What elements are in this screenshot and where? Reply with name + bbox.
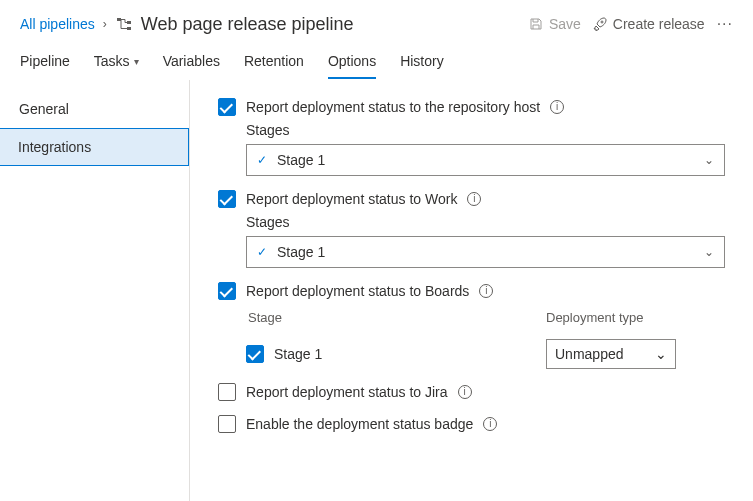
tab-pipeline[interactable]: Pipeline	[20, 47, 70, 79]
col-deployment-type: Deployment type	[546, 310, 725, 325]
tab-bar: Pipeline Tasks▾ Variables Retention Opti…	[0, 44, 753, 80]
tab-options[interactable]: Options	[328, 47, 376, 79]
label-work: Report deployment status to Work	[246, 191, 457, 207]
pipeline-icon	[115, 15, 133, 33]
check-icon: ✓	[257, 245, 267, 259]
tab-label: History	[400, 53, 444, 69]
tab-label: Options	[328, 53, 376, 69]
save-label: Save	[549, 16, 581, 32]
checkbox-badge[interactable]	[218, 415, 236, 433]
stages-dropdown-work[interactable]: ✓ Stage 1 ⌄	[246, 236, 725, 268]
svg-point-3	[601, 21, 603, 23]
row-stage-name: Stage 1	[274, 346, 322, 362]
create-release-label: Create release	[613, 16, 705, 32]
check-icon: ✓	[257, 153, 267, 167]
breadcrumb-parent-link[interactable]: All pipelines	[20, 16, 95, 32]
info-icon[interactable]: i	[550, 100, 564, 114]
label-badge: Enable the deployment status badge	[246, 416, 473, 432]
tab-label: Variables	[163, 53, 220, 69]
boards-table-row: Stage 1 Unmapped ⌄	[246, 339, 725, 369]
options-sidebar: General Integrations	[0, 80, 190, 501]
boards-table-header: Stage Deployment type	[246, 310, 725, 325]
info-icon[interactable]: i	[483, 417, 497, 431]
integrations-content: Report deployment status to the reposito…	[190, 80, 753, 501]
save-icon	[529, 17, 543, 31]
label-jira: Report deployment status to Jira	[246, 384, 448, 400]
checkbox-stage-row[interactable]	[246, 345, 264, 363]
more-actions-button[interactable]: ···	[717, 15, 733, 33]
svg-rect-2	[127, 27, 131, 30]
col-stage: Stage	[246, 310, 546, 325]
tab-retention[interactable]: Retention	[244, 47, 304, 79]
chevron-down-icon: ⌄	[655, 346, 667, 362]
chevron-right-icon: ›	[103, 17, 107, 31]
dropdown-value: Stage 1	[277, 244, 704, 260]
chevron-down-icon: ▾	[134, 56, 139, 67]
save-button[interactable]: Save	[529, 16, 581, 32]
dropdown-value: Stage 1	[277, 152, 704, 168]
option-work: Report deployment status to Work i Stage…	[218, 190, 725, 268]
svg-rect-0	[117, 18, 121, 21]
checkbox-work[interactable]	[218, 190, 236, 208]
label-boards: Report deployment status to Boards	[246, 283, 469, 299]
label-repo-host: Report deployment status to the reposito…	[246, 99, 540, 115]
info-icon[interactable]: i	[467, 192, 481, 206]
checkbox-jira[interactable]	[218, 383, 236, 401]
tab-label: Tasks	[94, 53, 130, 69]
chevron-down-icon: ⌄	[704, 153, 714, 167]
tab-history[interactable]: History	[400, 47, 444, 79]
checkbox-repo-host[interactable]	[218, 98, 236, 116]
option-repo-host: Report deployment status to the reposito…	[218, 98, 725, 176]
checkbox-boards[interactable]	[218, 282, 236, 300]
chevron-down-icon: ⌄	[704, 245, 714, 259]
deployment-type-select[interactable]: Unmapped ⌄	[546, 339, 676, 369]
rocket-icon	[593, 17, 607, 31]
svg-rect-1	[127, 21, 131, 24]
stages-dropdown-repo-host[interactable]: ✓ Stage 1 ⌄	[246, 144, 725, 176]
tab-label: Retention	[244, 53, 304, 69]
stages-label: Stages	[246, 122, 725, 138]
page-title: Web page release pipeline	[141, 14, 354, 35]
select-value: Unmapped	[555, 346, 649, 362]
tab-label: Pipeline	[20, 53, 70, 69]
option-badge: Enable the deployment status badge i	[218, 415, 725, 433]
header: All pipelines › Web page release pipelin…	[0, 0, 753, 44]
tab-variables[interactable]: Variables	[163, 47, 220, 79]
create-release-button[interactable]: Create release	[593, 16, 705, 32]
info-icon[interactable]: i	[479, 284, 493, 298]
sidebar-item-general[interactable]: General	[0, 90, 189, 128]
stages-label: Stages	[246, 214, 725, 230]
sidebar-item-integrations[interactable]: Integrations	[0, 128, 189, 166]
info-icon[interactable]: i	[458, 385, 472, 399]
option-jira: Report deployment status to Jira i	[218, 383, 725, 401]
option-boards: Report deployment status to Boards i Sta…	[218, 282, 725, 369]
tab-tasks[interactable]: Tasks▾	[94, 47, 139, 79]
